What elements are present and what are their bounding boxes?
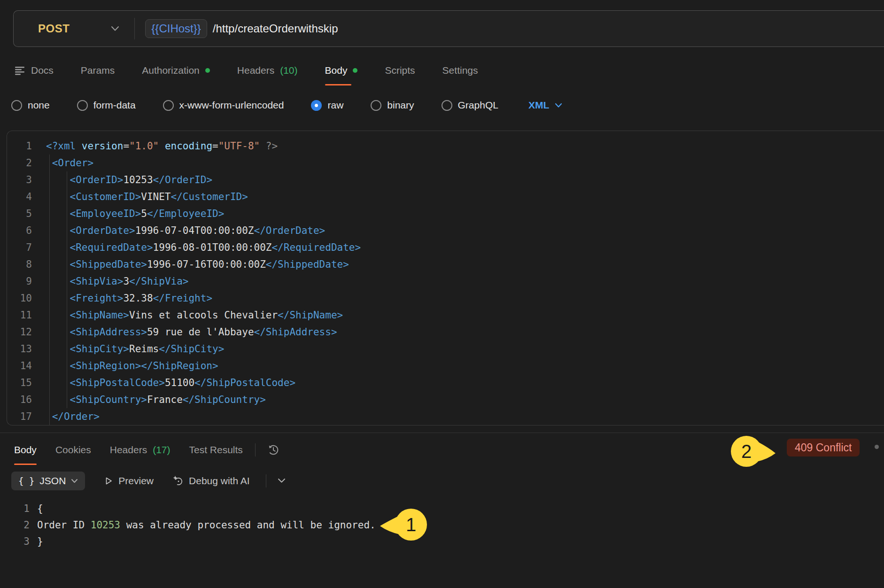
code-token: 10253 bbox=[91, 519, 120, 531]
code-line: 8 <ShippedDate>1996-07-16T00:00:00Z</Shi… bbox=[7, 256, 884, 273]
code-token: } bbox=[37, 536, 43, 547]
viewer-more-chevron-icon[interactable] bbox=[278, 478, 286, 483]
body-type-binary[interactable]: binary bbox=[371, 100, 414, 111]
code-line: 1<?xml version="1.0" encoding="UTF-8" ?> bbox=[7, 138, 884, 155]
preview-label: Preview bbox=[118, 475, 154, 487]
code-token: 32.38 bbox=[123, 293, 153, 304]
response-tab-body[interactable]: Body bbox=[14, 444, 37, 456]
line-number: 1 bbox=[7, 138, 32, 155]
code-token: { bbox=[37, 503, 43, 514]
annotation-number: 2 bbox=[730, 435, 763, 468]
response-tabs-divider bbox=[255, 443, 256, 456]
language-label[interactable]: XML bbox=[528, 100, 549, 111]
tab-authorization[interactable]: Authorization bbox=[142, 65, 210, 76]
debug-with-ai-button[interactable]: Debug with AI bbox=[172, 475, 250, 487]
code-text: <ShipCity>Reims</ShipCity> bbox=[46, 340, 224, 357]
code-text: <ShipName>Vins et alcools Chevalier</Shi… bbox=[46, 307, 343, 324]
code-text: <ShippedDate>1996-07-16T00:00:00Z</Shipp… bbox=[46, 256, 349, 273]
body-type-none[interactable]: none bbox=[11, 100, 50, 111]
tab-body[interactable]: Body bbox=[325, 65, 358, 76]
active-tab-underline bbox=[325, 84, 351, 85]
code-line: 1{ bbox=[11, 501, 376, 517]
response-tab-test-results[interactable]: Test Results bbox=[189, 444, 243, 456]
code-token: </ShipCountry> bbox=[183, 394, 266, 405]
tab-headers[interactable]: Headers(10) bbox=[237, 65, 298, 76]
code-line: 7 <RequiredDate>1996-08-01T00:00:00Z</Re… bbox=[7, 239, 884, 256]
response-tab-headers[interactable]: Headers(17) bbox=[110, 444, 171, 456]
line-number: 16 bbox=[7, 391, 32, 408]
preview-button[interactable]: Preview bbox=[104, 475, 154, 487]
code-token: </RequiredDate> bbox=[271, 242, 361, 253]
code-line: 6 <OrderDate>1996-07-04T00:00:00Z</Order… bbox=[7, 222, 884, 239]
editor-lines: 1<?xml version="1.0" encoding="UTF-8" ?>… bbox=[7, 138, 884, 425]
code-token: France bbox=[147, 394, 183, 405]
response-body-viewer[interactable]: 1{2Order ID 10253 was already processed … bbox=[11, 501, 376, 550]
code-token: </Order> bbox=[52, 411, 100, 422]
line-number: 8 bbox=[7, 256, 32, 273]
tab-scripts[interactable]: Scripts bbox=[385, 65, 415, 76]
active-tab-underline bbox=[14, 464, 37, 465]
tab-params[interactable]: Params bbox=[81, 65, 115, 76]
body-type-raw[interactable]: raw bbox=[311, 100, 343, 111]
response-viewer-toolbar: { } JSON Preview Debug with AI bbox=[11, 471, 286, 491]
tab-label: Settings bbox=[442, 65, 478, 76]
code-token: "1.0" bbox=[129, 140, 159, 152]
line-number: 10 bbox=[7, 290, 32, 307]
status-badge[interactable]: 409 Conflict bbox=[787, 439, 860, 456]
format-select-button[interactable]: { } JSON bbox=[11, 472, 85, 490]
code-token: </ShipName> bbox=[278, 309, 343, 321]
code-token: = bbox=[212, 140, 218, 152]
line-number: 14 bbox=[7, 357, 32, 374]
line-number: 7 bbox=[7, 239, 32, 256]
line-number: 15 bbox=[7, 374, 32, 391]
body-type-label: GraphQL bbox=[458, 100, 498, 111]
code-token: </Freight> bbox=[153, 293, 212, 304]
url-path[interactable]: /http/createOrderwithskip bbox=[213, 22, 338, 35]
code-token: <EmployeeID> bbox=[70, 208, 141, 219]
code-token: <ShipRegion> bbox=[70, 360, 141, 371]
radio-icon bbox=[77, 100, 88, 111]
code-token: </ShippedDate> bbox=[266, 259, 349, 270]
code-text: { bbox=[37, 501, 43, 517]
body-type-form-data[interactable]: form-data bbox=[77, 100, 136, 111]
code-token: 1996-08-01T00:00:00Z bbox=[153, 242, 272, 253]
request-body-editor[interactable]: 1<?xml version="1.0" encoding="UTF-8" ?>… bbox=[7, 131, 884, 426]
indent-guide bbox=[67, 171, 67, 408]
tab-label: Body bbox=[325, 65, 348, 76]
radio-icon bbox=[371, 100, 381, 111]
code-token: 1996-07-04T00:00:00Z bbox=[135, 225, 254, 236]
url-variable-chip[interactable]: {{CIHost}} bbox=[145, 19, 207, 38]
code-token: <ShipVia> bbox=[70, 276, 124, 287]
code-token: <Order> bbox=[52, 157, 94, 169]
code-token: 3 bbox=[123, 276, 129, 287]
line-number: 11 bbox=[7, 307, 32, 324]
code-text: Order ID 10253 was already processed and… bbox=[37, 517, 376, 534]
method-dropdown-chevron-icon[interactable] bbox=[111, 26, 119, 31]
response-lines: 1{2Order ID 10253 was already processed … bbox=[11, 501, 376, 550]
line-number: 2 bbox=[11, 517, 30, 534]
modified-dot bbox=[353, 68, 357, 73]
tab-docs[interactable]: Docs bbox=[15, 65, 54, 76]
code-token: </CustomerID> bbox=[171, 191, 248, 202]
indent-guide bbox=[49, 155, 50, 425]
tab-settings[interactable]: Settings bbox=[442, 65, 478, 76]
line-number: 1 bbox=[11, 501, 30, 517]
code-text: <RequiredDate>1996-08-01T00:00:00Z</Requ… bbox=[46, 239, 361, 256]
body-type-x-www-form-urlencoded[interactable]: x-www-form-urlencoded bbox=[163, 100, 284, 111]
history-icon[interactable] bbox=[267, 443, 280, 456]
code-text: <?xml version="1.0" encoding="UTF-8" ?> bbox=[46, 138, 278, 155]
method-label[interactable]: POST bbox=[38, 22, 70, 35]
body-type-graphql[interactable]: GraphQL bbox=[442, 100, 498, 111]
response-tab-cookies[interactable]: Cookies bbox=[55, 444, 91, 456]
code-text: <EmployeeID>5</EmployeeID> bbox=[46, 205, 224, 222]
code-token: </ShipRegion> bbox=[141, 360, 218, 371]
language-selector[interactable]: XML bbox=[528, 100, 562, 111]
code-text: <OrderID>10253</OrderID> bbox=[46, 171, 212, 188]
code-line: 11 <ShipName>Vins et alcools Chevalier</… bbox=[7, 307, 884, 324]
code-token: was already processed and will be ignore… bbox=[120, 519, 376, 531]
code-token: </OrderDate> bbox=[254, 225, 326, 236]
code-token: VINET bbox=[141, 191, 171, 202]
line-number: 4 bbox=[7, 188, 32, 205]
code-text: <Freight>32.38</Freight> bbox=[46, 290, 212, 307]
code-token: Vins et alcools Chevalier bbox=[129, 309, 278, 321]
